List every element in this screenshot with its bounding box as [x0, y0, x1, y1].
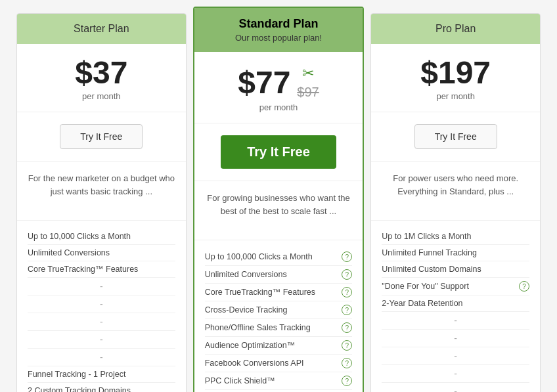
feature-item: Core TrueTracking™ Features? — [205, 284, 353, 301]
plan-pricing-standard: $77✂$97per month — [194, 52, 363, 123]
feature-text: PPC Click Shield™ — [205, 376, 340, 385]
cta-button-pro[interactable]: Try It Free — [414, 124, 497, 149]
plan-name: Standard Plan — [205, 17, 353, 31]
plan-card-standard: Standard PlanOur most popular plan!$77✂$… — [193, 7, 365, 392]
feature-item: Funnel Tracking - 1 Project — [28, 366, 175, 383]
help-icon[interactable]: ? — [342, 251, 352, 262]
feature-text: Unlimited Conversions — [28, 248, 175, 257]
feature-text: Up to 100,000 Clicks a Month — [205, 252, 340, 261]
plan-pricing-starter: $37per month — [17, 44, 186, 112]
feature-dash: - — [382, 383, 529, 392]
feature-item: Core TrueTracking™ Features — [28, 261, 175, 278]
feature-item: PPC Click Shield™? — [205, 372, 353, 390]
feature-item: Facebook Conversions API? — [205, 355, 353, 372]
plan-name: Pro Plan — [382, 23, 529, 35]
plan-card-pro: Pro Plan$197per monthTry It FreeFor powe… — [370, 13, 541, 392]
help-icon[interactable]: ? — [519, 281, 529, 292]
feature-text: Cross-Device Tracking — [205, 305, 340, 315]
plan-features-starter: Up to 10,000 Clicks a MonthUnlimited Con… — [17, 221, 186, 392]
feature-text: 2 Custom Tracking Domains — [28, 386, 175, 392]
feature-item: Up to 1M Clicks a Month — [382, 229, 529, 245]
original-price: $97 — [297, 85, 319, 100]
cta-button-standard[interactable]: Try It Free — [221, 135, 336, 169]
plan-cta-standard: Try It Free — [194, 123, 363, 181]
pricing-container: Starter Plan$37per monthTry It FreeFor t… — [13, 13, 544, 392]
feature-text: Core TrueTracking™ Features — [28, 265, 175, 274]
feature-text: Up to 10,000 Clicks a Month — [28, 232, 175, 241]
feature-item: Up to 10,000 Clicks a Month — [28, 229, 175, 245]
plan-description-starter: For the new marketer on a budget who jus… — [17, 162, 186, 221]
feature-dash: - — [28, 295, 175, 313]
plan-pricing-pro: $197per month — [371, 44, 540, 112]
feature-item: Unlimited Conversions — [28, 245, 175, 261]
plan-name: Starter Plan — [28, 23, 175, 35]
feature-item: "Done For You" Support? — [382, 278, 529, 295]
feature-item: Unlimited Funnel Tracking — [382, 245, 529, 261]
plan-card-starter: Starter Plan$37per monthTry It FreeFor t… — [16, 13, 187, 392]
cta-button-starter[interactable]: Try It Free — [60, 124, 143, 149]
plan-cta-pro: Try It Free — [371, 112, 540, 162]
feature-dash: - — [28, 313, 175, 331]
feature-dash: - — [28, 278, 175, 295]
feature-text: Unlimited Custom Domains — [382, 265, 529, 274]
feature-text: 2-Year Data Retention — [382, 299, 529, 308]
plan-description-pro: For power users who need more. Everythin… — [371, 162, 540, 221]
help-icon[interactable]: ? — [342, 376, 352, 386]
plan-header-starter: Starter Plan — [17, 14, 186, 44]
help-icon[interactable]: ? — [342, 322, 352, 333]
price-period: per month — [259, 102, 298, 112]
help-icon[interactable]: ? — [342, 340, 352, 351]
help-icon[interactable]: ? — [342, 305, 352, 315]
feature-text: Unlimited Conversions — [205, 270, 340, 279]
plan-cta-starter: Try It Free — [17, 112, 186, 162]
price-amount: $77 — [238, 67, 290, 98]
feature-text: Core TrueTracking™ Features — [205, 288, 340, 297]
feature-dash: - — [28, 349, 175, 366]
plan-features-standard: Up to 100,000 Clicks a Month?Unlimited C… — [194, 240, 363, 392]
plan-tagline: Our most popular plan! — [205, 33, 353, 43]
help-icon[interactable]: ? — [342, 287, 352, 297]
feature-text: Up to 1M Clicks a Month — [382, 232, 529, 241]
plan-header-pro: Pro Plan — [371, 14, 540, 44]
feature-item: 2-Year Data Retention — [382, 295, 529, 312]
feature-dash: - — [382, 365, 529, 383]
price-amount: $37 — [75, 57, 127, 89]
price-amount: $197 — [420, 57, 491, 89]
feature-text: Audience Optimization™ — [205, 341, 340, 350]
feature-text: Facebook Conversions API — [205, 359, 340, 368]
feature-dash: - — [28, 331, 175, 349]
plan-header-standard: Standard PlanOur most popular plan! — [194, 8, 363, 52]
plan-features-pro: Up to 1M Clicks a MonthUnlimited Funnel … — [371, 221, 540, 392]
plan-description-standard: For growing businesses who want the best… — [194, 181, 363, 240]
feature-dash: - — [382, 312, 529, 330]
help-icon[interactable]: ? — [342, 358, 352, 368]
scissors-icon: ✂ — [302, 65, 314, 82]
feature-item: 2 Custom Tracking Domains — [28, 383, 175, 392]
feature-text: "Done For You" Support — [382, 282, 516, 291]
feature-item: Unlimited Conversions? — [205, 266, 353, 284]
feature-text: Funnel Tracking - 1 Project — [28, 370, 175, 379]
feature-text: Phone/Offline Sales Tracking — [205, 323, 340, 332]
feature-dash: - — [382, 347, 529, 365]
feature-item: Unlimited Custom Domains — [382, 261, 529, 278]
feature-item: Up to 100,000 Clicks a Month? — [205, 248, 353, 266]
feature-item: Phone/Offline Sales Tracking? — [205, 319, 353, 337]
price-period: per month — [82, 91, 121, 101]
feature-text: Unlimited Funnel Tracking — [382, 248, 529, 257]
feature-dash: - — [382, 330, 529, 347]
help-icon[interactable]: ? — [342, 269, 352, 280]
price-period: per month — [436, 91, 475, 101]
feature-item: Cross-Device Tracking? — [205, 301, 353, 319]
feature-item: Audience Optimization™? — [205, 337, 353, 355]
